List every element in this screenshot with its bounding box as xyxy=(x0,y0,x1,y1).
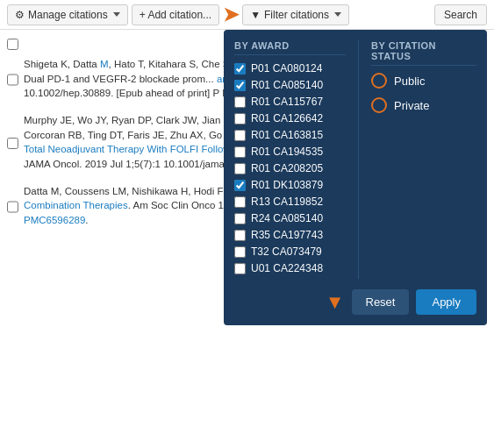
award-item: R01 CA163815 xyxy=(234,129,346,141)
award-label[interactable]: R01 DK103879 xyxy=(251,179,323,191)
award-checkbox-r24ca085140[interactable] xyxy=(234,213,246,224)
toolbar: ⚙ Manage citations + Add citation... ➤ ▼… xyxy=(0,0,494,30)
by-status-column: BY CITATION STATUS Public Private xyxy=(371,40,476,279)
citation-link[interactable]: M xyxy=(100,59,109,69)
award-label[interactable]: R01 CA163815 xyxy=(251,129,323,141)
award-checkbox-p01ca080124[interactable] xyxy=(234,63,246,75)
filter-citations-label: Filter citations xyxy=(264,9,329,21)
award-label[interactable]: P01 CA080124 xyxy=(251,62,322,75)
award-item: R01 DK103879 xyxy=(234,179,346,191)
award-item: U01 CA224348 xyxy=(234,262,346,274)
award-item: R01 CA194535 xyxy=(234,146,346,158)
public-radio[interactable] xyxy=(371,73,387,89)
orange-arrow-icon: ➤ xyxy=(223,5,239,25)
filter-dropdown-panel: BY AWARD P01 CA080124 R01 CA085140 R01 C… xyxy=(224,30,487,325)
by-award-column: BY AWARD P01 CA080124 R01 CA085140 R01 C… xyxy=(234,40,346,279)
award-checkbox-u01ca224348[interactable] xyxy=(234,263,246,274)
gear-icon: ⚙ xyxy=(15,9,25,21)
manage-citations-label: Manage citations xyxy=(28,9,108,21)
award-checkbox-r01ca163815[interactable] xyxy=(234,130,246,141)
private-radio[interactable] xyxy=(371,97,387,113)
pmcid-link[interactable]: PMC6596289 xyxy=(24,215,85,225)
award-label[interactable]: R24 CA085140 xyxy=(251,212,323,224)
award-item: R01 CA115767 xyxy=(234,96,346,108)
award-label[interactable]: R13 CA119852 xyxy=(251,196,323,208)
citation-checkbox[interactable] xyxy=(7,186,18,228)
award-item: T32 CA073479 xyxy=(234,245,346,258)
column-divider xyxy=(358,40,359,279)
manage-chevron-icon xyxy=(113,12,120,17)
public-label: Public xyxy=(394,75,425,88)
award-item: R13 CA119852 xyxy=(234,196,346,208)
award-checkbox-r01ca115767[interactable] xyxy=(234,96,246,108)
award-checkbox-r13ca119852[interactable] xyxy=(234,196,246,208)
by-status-header: BY CITATION STATUS xyxy=(371,40,476,66)
orange-down-arrow-icon: ▼ xyxy=(326,293,345,312)
status-item-public: Public xyxy=(371,73,476,89)
select-all-checkbox[interactable] xyxy=(7,39,18,50)
award-item: R01 CA085140 xyxy=(234,79,346,91)
award-label[interactable]: R01 CA126642 xyxy=(251,112,323,124)
award-checkbox-t32ca073479[interactable] xyxy=(234,246,246,258)
award-label[interactable]: R01 CA085140 xyxy=(251,79,323,91)
dropdown-footer: ▼ Reset Apply xyxy=(234,289,476,315)
award-item: R24 CA085140 xyxy=(234,212,346,224)
filter-chevron-icon xyxy=(334,12,341,17)
award-item: R35 CA197743 xyxy=(234,229,346,241)
award-checkbox-r01ca194535[interactable] xyxy=(234,146,246,158)
search-label: Search xyxy=(444,9,477,21)
dropdown-columns: BY AWARD P01 CA080124 R01 CA085140 R01 C… xyxy=(234,40,476,279)
award-checkbox-r01ca126642[interactable] xyxy=(234,113,246,124)
reset-button[interactable]: Reset xyxy=(352,289,410,315)
manage-citations-button[interactable]: ⚙ Manage citations xyxy=(7,4,128,25)
by-award-header: BY AWARD xyxy=(234,40,346,55)
private-label: Private xyxy=(394,99,429,112)
award-label[interactable]: T32 CA073479 xyxy=(251,245,322,258)
award-item: R01 CA126642 xyxy=(234,112,346,124)
award-checkbox-r01ca085140[interactable] xyxy=(234,80,246,91)
award-checkbox-r35ca197743[interactable] xyxy=(234,230,246,241)
award-label[interactable]: R01 CA115767 xyxy=(251,96,323,108)
award-checkbox-r01ca208205[interactable] xyxy=(234,163,246,174)
award-label[interactable]: R35 CA197743 xyxy=(251,229,323,241)
apply-button[interactable]: Apply xyxy=(416,289,476,315)
award-item: P01 CA080124 xyxy=(234,62,346,75)
search-button[interactable]: Search xyxy=(434,4,487,25)
add-citation-label: + Add citation... xyxy=(140,9,211,21)
filter-icon: ▼ xyxy=(250,9,261,21)
filter-citations-button[interactable]: ▼ Filter citations xyxy=(242,4,349,25)
award-checkbox-r01dk103879[interactable] xyxy=(234,180,246,191)
award-label[interactable]: R01 CA194535 xyxy=(251,146,323,158)
citation-checkbox[interactable] xyxy=(7,59,18,101)
add-citation-button[interactable]: + Add citation... xyxy=(132,4,219,25)
citation-checkbox[interactable] xyxy=(7,115,18,172)
award-item: R01 CA208205 xyxy=(234,162,346,174)
status-item-private: Private xyxy=(371,97,476,113)
award-label[interactable]: R01 CA208205 xyxy=(251,162,323,174)
award-label[interactable]: U01 CA224348 xyxy=(251,262,323,274)
main-area: Shigeta K, Datta M, Hato T, Kitahara S, … xyxy=(0,30,494,448)
